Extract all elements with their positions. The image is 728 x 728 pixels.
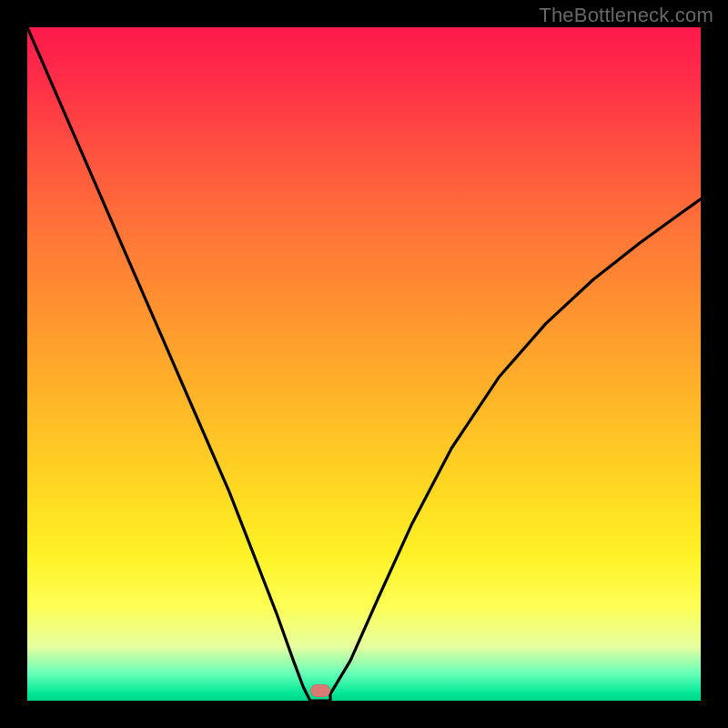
optimal-point-marker <box>310 684 330 697</box>
watermark-text: TheBottleneck.com <box>539 4 713 27</box>
plot-area <box>27 27 701 701</box>
chart-frame: TheBottleneck.com <box>0 0 728 728</box>
bottleneck-curve <box>27 27 701 701</box>
curve-layer <box>27 27 701 701</box>
